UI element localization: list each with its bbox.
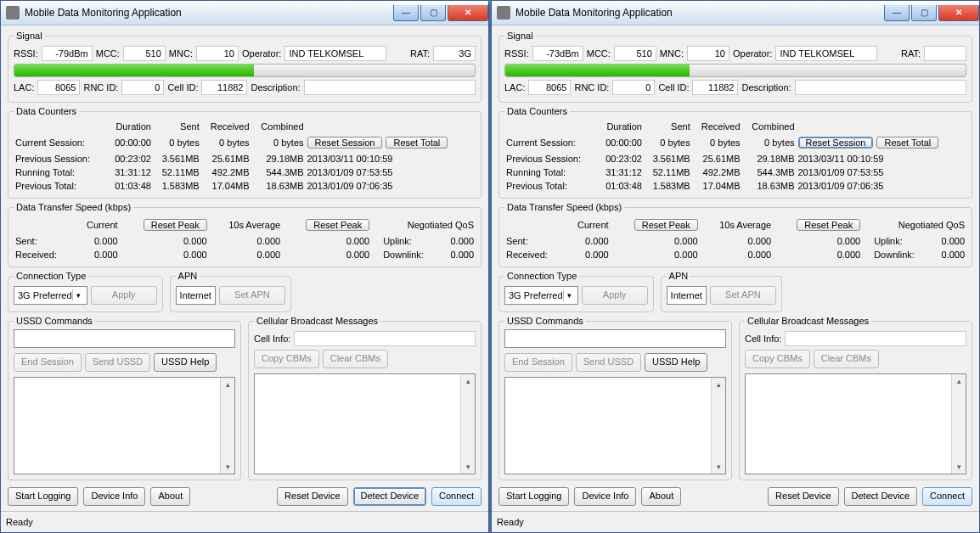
speed-recv: Received:0.0000.0000.0000.000Downlink:0.…	[504, 248, 966, 261]
app-icon	[6, 6, 20, 20]
reset-peak-2-button[interactable]: Reset Peak	[306, 219, 369, 231]
row-combined: 544.3MB	[742, 166, 797, 179]
speed-legend: Data Transfer Speed (kbps)	[14, 202, 133, 212]
hdr-received: Received	[201, 120, 251, 133]
start-logging-button[interactable]: Start Logging	[8, 487, 78, 506]
counters-header: DurationSentReceivedCombined	[504, 120, 966, 133]
apn-input[interactable]: Internet	[667, 286, 707, 305]
ussd-group: USSD CommandsEnd SessionSend USSDUSSD He…	[498, 316, 732, 480]
speed-recv-v0: 0.000	[564, 248, 610, 261]
connect-button[interactable]: Connect	[431, 487, 482, 506]
connect-button[interactable]: Connect	[922, 487, 972, 506]
ussd-input[interactable]	[504, 329, 726, 348]
copy-cbm-button[interactable]: Copy CBMs	[254, 350, 319, 368]
row-timestamp: 2013/01/09 07:53:55	[306, 166, 476, 179]
detect-device-button[interactable]: Detect Device	[353, 487, 426, 506]
hdr-received: Received	[692, 120, 742, 133]
qos-hdr: Negotiated QoS	[872, 216, 966, 234]
counters-legend: Data Counters	[14, 106, 79, 116]
apply-button[interactable]: Apply	[91, 286, 157, 305]
reset-peak-1-button[interactable]: Reset Peak	[634, 219, 698, 231]
apn-input[interactable]: Internet	[176, 286, 216, 305]
scrollbar[interactable]: ▴▾	[460, 374, 475, 474]
rncid-value: 0	[121, 80, 164, 95]
device-info-button[interactable]: Device Info	[83, 487, 145, 506]
start-logging-button[interactable]: Start Logging	[498, 487, 569, 506]
maximize-button[interactable]: ▢	[911, 5, 937, 21]
apply-button[interactable]: Apply	[582, 286, 648, 305]
about-button[interactable]: About	[641, 487, 681, 506]
reset-device-button[interactable]: Reset Device	[768, 487, 838, 506]
rssi-label: RSSI:	[504, 48, 529, 59]
clear-cbm-button[interactable]: Clear CBMs	[814, 350, 879, 368]
reset-total-button[interactable]: Reset Total	[876, 137, 938, 149]
row-combined: 18.63MB	[251, 179, 306, 193]
set-apn-button[interactable]: Set APN	[710, 286, 776, 305]
cbm-output[interactable]: ▴▾	[745, 373, 966, 474]
ussd-legend: USSD Commands	[504, 316, 586, 326]
counters-group: Data CountersDurationSentReceivedCombine…	[498, 106, 972, 199]
scrollbar[interactable]: ▴▾	[711, 378, 725, 474]
speed-recv-v2: 0.000	[209, 248, 283, 261]
cbm-output[interactable]: ▴▾	[254, 373, 476, 474]
apn-group: APNInternetSet APN	[661, 271, 782, 312]
send-ussd-button[interactable]: Send USSD	[85, 353, 150, 372]
copy-cbm-button[interactable]: Copy CBMs	[745, 350, 810, 368]
counters-group: Data CountersDurationSentReceivedCombine…	[8, 106, 482, 199]
reset-session-button[interactable]: Reset Session	[307, 137, 383, 149]
row-timestamp: 2013/01/09 07:06:35	[306, 179, 476, 193]
cellinfo-value	[294, 331, 476, 346]
mcc-value: 510	[614, 46, 656, 61]
scrollbar[interactable]: ▴▾	[220, 378, 234, 474]
speed-sent-v3: 0.000	[773, 234, 862, 248]
set-apn-button[interactable]: Set APN	[219, 286, 285, 305]
end-session-button[interactable]: End Session	[504, 353, 572, 372]
speed-sent-v0: 0.000	[564, 234, 610, 248]
scrollbar[interactable]: ▴▾	[951, 374, 966, 474]
end-session-button[interactable]: End Session	[14, 353, 82, 372]
ussd-help-button[interactable]: USSD Help	[154, 353, 217, 372]
rncid-label: RNC ID:	[574, 82, 609, 93]
reset-peak-1-button[interactable]: Reset Peak	[144, 219, 207, 231]
close-button[interactable]: ✕	[938, 5, 979, 21]
ussd-input[interactable]	[14, 329, 235, 348]
reset-total-button[interactable]: Reset Total	[386, 137, 448, 149]
row-sent: 52.11MB	[153, 166, 201, 179]
reset-device-button[interactable]: Reset Device	[277, 487, 347, 506]
connection-type-value: 3G Preferred	[509, 290, 563, 300]
ussd-help-button[interactable]: USSD Help	[645, 353, 707, 372]
device-info-button[interactable]: Device Info	[574, 487, 636, 506]
reset-session-button[interactable]: Reset Session	[798, 137, 874, 149]
counters-row: Current Session:00:00:000 bytes0 bytes0 …	[504, 133, 966, 152]
speed-table: CurrentReset Peak10s AverageReset PeakNe…	[14, 216, 476, 261]
speed-sent-v1: 0.000	[611, 234, 700, 248]
row-received: 0 bytes	[692, 133, 742, 152]
client-area: SignalRSSI:-79dBmMCC:510MNC:10Operator:I…	[1, 25, 488, 511]
desc-label: Description:	[251, 82, 300, 93]
connection-type-select[interactable]: 3G Preferred▾	[14, 286, 87, 305]
about-button[interactable]: About	[150, 487, 190, 506]
connection-type-select[interactable]: 3G Preferred▾	[504, 286, 578, 305]
send-ussd-button[interactable]: Send USSD	[576, 353, 641, 372]
detect-device-button[interactable]: Detect Device	[844, 487, 917, 506]
row-label: Previous Total:	[14, 179, 106, 193]
apn-group: APNInternetSet APN	[170, 271, 291, 312]
speed-recv-v0: 0.000	[73, 248, 119, 261]
row-received: 25.61MB	[201, 152, 251, 166]
maximize-button[interactable]: ▢	[420, 5, 446, 21]
connection-type-value: 3G Preferred	[18, 290, 72, 300]
clear-cbm-button[interactable]: Clear CBMs	[323, 350, 388, 368]
minimize-button[interactable]: —	[393, 5, 419, 21]
speed-header: CurrentReset Peak10s AverageReset PeakNe…	[504, 216, 966, 234]
speed-header: CurrentReset Peak10s AverageReset PeakNe…	[14, 216, 476, 234]
cellinfo-value	[785, 331, 966, 346]
minimize-button[interactable]: —	[884, 5, 910, 21]
reset-peak-2-button[interactable]: Reset Peak	[797, 219, 860, 231]
ussd-output[interactable]: ▴▾	[14, 377, 235, 474]
apn-legend: APN	[176, 271, 200, 281]
close-button[interactable]: ✕	[448, 5, 488, 21]
ussd-output[interactable]: ▴▾	[504, 377, 726, 474]
signal-bar	[504, 64, 966, 77]
speed-sent-qlabel: Uplink:	[381, 234, 440, 248]
row-combined: 0 bytes	[742, 133, 797, 152]
